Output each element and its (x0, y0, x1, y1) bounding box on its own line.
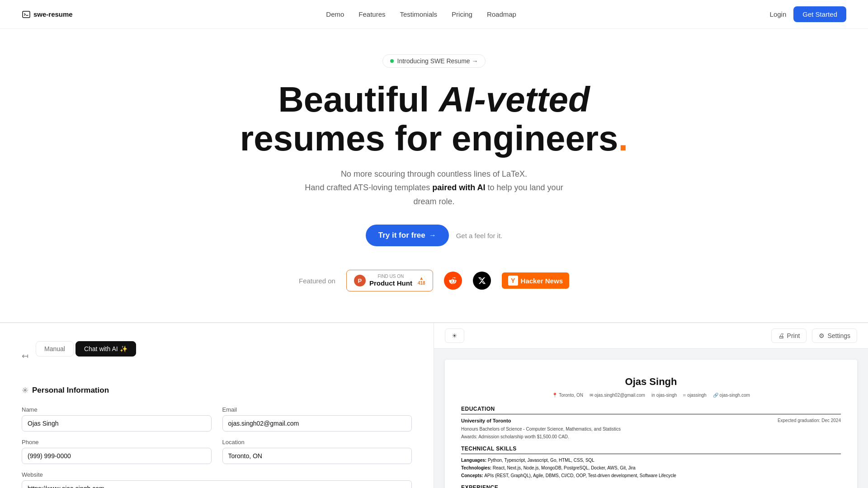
product-hunt-p-icon: P (354, 275, 366, 286)
hacker-news-label: Hacker News (521, 277, 563, 285)
try-free-button[interactable]: Try it for free → (366, 225, 449, 246)
website-label: Website (22, 471, 412, 478)
app-preview: ↤ Manual Chat with AI ✨ ✳ Personal Infor… (0, 323, 868, 488)
resume-edu-header: University of Toronto Expected graduatio… (461, 417, 841, 425)
resume-contact: 📍 Toronto, ON ✉ ojas.singh02@gmail.com i… (461, 392, 841, 399)
hero-badge[interactable]: Introducing SWE Resume → (382, 54, 486, 68)
badge-dot (390, 59, 394, 63)
hero-title-dot: . (618, 118, 628, 158)
tab-manual[interactable]: Manual (36, 341, 74, 357)
resume-skill-row-2: Concepts: APIs (REST, GraphQL), Agile, D… (461, 472, 841, 479)
product-hunt-badge[interactable]: P FIND US ON Product Hunt ▲ 418 (346, 270, 433, 291)
location-label: Location (222, 439, 412, 446)
navigation: swe-resume Demo Features Testimonials Pr… (0, 0, 868, 29)
hero-title-part2: resumes for engineers. (240, 118, 628, 158)
print-button[interactable]: 🖨 Print (771, 328, 807, 343)
name-input[interactable] (22, 415, 212, 432)
name-label: Name (22, 406, 212, 413)
hacker-news-badge[interactable]: Y Hacker News (502, 272, 569, 289)
product-hunt-score: ▲ 418 (418, 276, 425, 286)
phone-input[interactable] (22, 448, 212, 464)
nav-roadmap[interactable]: Roadmap (487, 10, 516, 18)
hero-section: Introducing SWE Resume → Beautiful AI-ve… (0, 29, 868, 322)
try-free-label: Try it for free (378, 231, 425, 240)
app-tabs: Manual Chat with AI ✨ (36, 341, 136, 357)
nav-pricing[interactable]: Pricing (452, 10, 472, 18)
resume-edu-date: Expected graduation: Dec 2024 (778, 417, 841, 425)
resume-contact-website: 🔗 ojas-singh.com (713, 392, 750, 399)
get-started-button[interactable]: Get Started (793, 6, 846, 22)
settings-label: Settings (827, 332, 850, 339)
logo[interactable]: swe-resume (22, 10, 73, 19)
logo-text: swe-resume (33, 10, 73, 18)
hero-subtitle-bold: paired with AI (432, 183, 485, 192)
settings-icon: ⚙ (819, 332, 825, 339)
resume-experience-title: Experience (461, 483, 841, 488)
resume-container: Ojas Singh 📍 Toronto, ON ✉ ojas.singh02@… (434, 349, 868, 488)
section-icon: ✳ (22, 385, 28, 395)
tab-chat-ai[interactable]: Chat with AI ✨ (75, 341, 136, 357)
nav-features[interactable]: Features (359, 10, 385, 18)
resume-name: Ojas Singh (461, 374, 841, 389)
nav-links: Demo Features Testimonials Pricing Roadm… (326, 10, 516, 18)
hero-subtitle-line2-1: Hand crafted ATS-loving templates (305, 183, 432, 192)
print-label: Print (787, 332, 800, 339)
resume-contact-github: ⌗ ojassingh (683, 392, 706, 399)
location-input[interactable] (222, 448, 412, 464)
personal-info-form: Name Email Phone Location Website (22, 406, 412, 488)
resume-skill-row-1: Technologies: React, Next.js, Node.js, M… (461, 465, 841, 471)
hero-title: Beautiful AI-vetted resumes for engineer… (22, 80, 846, 158)
reddit-icon (448, 276, 458, 286)
badge-text: Introducing SWE Resume → (397, 57, 478, 65)
logo-icon (22, 10, 31, 19)
sidebar-toggle-button[interactable]: ↤ (22, 351, 28, 361)
product-hunt-bottom: Product Hunt (369, 279, 412, 287)
theme-toggle-button[interactable]: ☀ (445, 328, 464, 343)
resume-skills-title: Technical Skills (461, 445, 841, 454)
featured-on-section: Featured on P FIND US ON Product Hunt ▲ … (22, 270, 846, 291)
name-field-group: Name (22, 406, 212, 432)
x-badge[interactable] (473, 272, 491, 290)
settings-button[interactable]: ⚙ Settings (812, 328, 857, 343)
try-free-arrow: → (429, 231, 436, 239)
print-icon: 🖨 (778, 332, 784, 339)
resume-edu-award: Awards: Admission scholarship worth $1,5… (461, 433, 841, 440)
hero-subtitle: No more scouring through countless lines… (298, 167, 570, 209)
resume-skills-list: Languages: Python, Typescript, Javascrip… (461, 457, 841, 479)
section-header: ✳ Personal Information (22, 385, 412, 395)
product-hunt-score-num: 418 (418, 281, 425, 286)
email-field-group: Email (222, 406, 412, 432)
resume-document: Ojas Singh 📍 Toronto, ON ✉ ojas.singh02@… (445, 360, 857, 488)
sun-icon: ☀ (452, 332, 458, 339)
website-input[interactable] (22, 480, 412, 488)
hero-cta-secondary: Get a feel for it. (456, 232, 503, 239)
resume-edu-university: University of Toronto (461, 417, 511, 425)
svg-rect-0 (23, 11, 30, 18)
nav-testimonials[interactable]: Testimonials (400, 10, 438, 18)
email-input[interactable] (222, 415, 412, 432)
product-hunt-score-arrow: ▲ (419, 276, 424, 281)
resume-skill-row-0: Languages: Python, Typescript, Javascrip… (461, 457, 841, 464)
resume-contact-linkedin: in ojas-singh (651, 392, 677, 399)
featured-label: Featured on (299, 277, 335, 285)
resume-edu-degree: Honours Bachelors of Science - Computer … (461, 426, 841, 432)
app-right-panel: ☀ 🖨 Print ⚙ Settings Ojas Singh 📍 Toront… (434, 323, 868, 488)
resume-contact-email: ✉ ojas.singh02@gmail.com (590, 392, 645, 399)
nav-right: Login Get Started (770, 6, 846, 22)
email-label: Email (222, 406, 412, 413)
resume-toolbar: ☀ 🖨 Print ⚙ Settings (434, 323, 868, 349)
resume-contact-location: 📍 Toronto, ON (552, 392, 583, 399)
product-hunt-text: FIND US ON Product Hunt (369, 274, 412, 287)
product-hunt-top: FIND US ON (369, 274, 412, 279)
hero-cta: Try it for free → Get a feel for it. (22, 225, 846, 246)
phone-field-group: Phone (22, 439, 212, 464)
location-field-group: Location (222, 439, 412, 464)
nav-demo[interactable]: Demo (326, 10, 344, 18)
hero-subtitle-line1: No more scouring through countless lines… (341, 169, 527, 178)
hero-title-part1: Beautiful (278, 80, 439, 119)
website-field-group: Website (22, 471, 412, 488)
reddit-badge[interactable] (444, 272, 462, 290)
hacker-news-y-icon: Y (508, 276, 518, 286)
x-icon (478, 277, 486, 285)
login-button[interactable]: Login (770, 10, 787, 18)
